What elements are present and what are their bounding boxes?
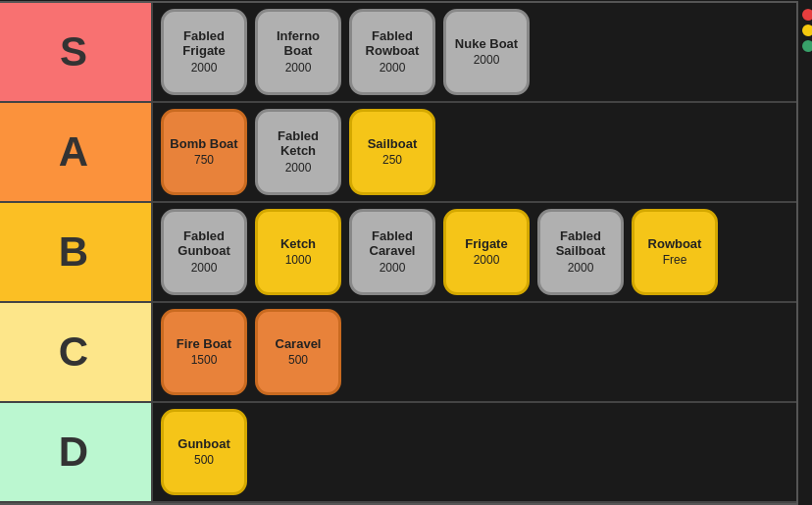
list-item[interactable]: Fire Boat1500 — [161, 309, 247, 395]
tier-label-c: C — [0, 303, 153, 401]
item-name: Inferno Boat — [262, 28, 334, 59]
item-price: 2000 — [191, 61, 218, 75]
tier-label-s: S — [0, 3, 153, 101]
list-item[interactable]: Fabled Ketch2000 — [255, 109, 341, 195]
tier-items-b: Fabled Gunboat2000Ketch1000Fabled Carave… — [153, 203, 796, 301]
list-item[interactable]: Fabled Rowboat2000 — [349, 9, 435, 95]
tier-label-d: D — [0, 403, 153, 501]
item-price: 2000 — [474, 53, 500, 67]
tier-row-b: BFabled Gunboat2000Ketch1000Fabled Carav… — [0, 203, 796, 303]
tier-items-a: Bomb Boat750Fabled Ketch2000Sailboat250 — [153, 103, 796, 201]
item-name: Ketch — [280, 236, 316, 252]
list-item[interactable]: RowboatFree — [632, 209, 718, 295]
item-name: Fabled Sailboat — [544, 228, 617, 259]
list-item[interactable]: Caravel500 — [255, 309, 341, 395]
item-name: Fabled Caravel — [356, 228, 429, 259]
item-name: Fabled Ketch — [262, 128, 334, 159]
dot-yellow — [802, 25, 812, 36]
item-price: 2000 — [191, 261, 218, 275]
sidebar — [798, 1, 812, 505]
tier-items-s: Fabled Frigate2000Inferno Boat2000Fabled… — [153, 3, 796, 101]
tier-list-container: SFabled Frigate2000Inferno Boat2000Fable… — [0, 1, 812, 505]
item-name: Caravel — [276, 336, 322, 352]
tier-row-s: SFabled Frigate2000Inferno Boat2000Fable… — [0, 3, 796, 103]
item-name: Fabled Rowboat — [356, 28, 429, 59]
tier-label-b: B — [0, 203, 153, 301]
tier-items-c: Fire Boat1500Caravel500 — [153, 303, 796, 401]
item-price: Free — [663, 253, 687, 267]
list-item[interactable]: Inferno Boat2000 — [255, 9, 341, 95]
list-item[interactable]: Fabled Gunboat2000 — [161, 209, 247, 295]
tier-items-d: Gunboat500 — [153, 403, 796, 501]
item-price: 2000 — [474, 253, 500, 267]
item-name: Bomb Boat — [170, 136, 237, 152]
list-item[interactable]: Nuke Boat2000 — [443, 9, 530, 95]
item-price: 2000 — [285, 161, 312, 175]
dot-green — [802, 40, 812, 52]
item-price: 2000 — [285, 61, 312, 75]
item-name: Fabled Frigate — [168, 28, 240, 59]
item-price: 500 — [194, 453, 214, 467]
item-name: Fabled Gunboat — [168, 228, 240, 259]
item-name: Nuke Boat — [455, 36, 518, 52]
item-price: 1500 — [191, 353, 218, 367]
tier-list: SFabled Frigate2000Inferno Boat2000Fable… — [0, 1, 798, 505]
item-price: 1000 — [285, 253, 312, 267]
item-price: 250 — [382, 153, 402, 167]
item-price: 2000 — [380, 261, 406, 275]
item-price: 500 — [288, 353, 308, 367]
item-name: Rowboat — [648, 236, 702, 252]
item-name: Sailboat — [368, 136, 418, 152]
tier-row-c: CFire Boat1500Caravel500 — [0, 303, 796, 403]
item-name: Fire Boat — [177, 336, 231, 352]
item-name: Gunboat — [178, 436, 229, 452]
list-item[interactable]: Fabled Caravel2000 — [349, 209, 435, 295]
list-item[interactable]: Frigate2000 — [443, 209, 530, 295]
item-price: 2000 — [568, 261, 594, 275]
list-item[interactable]: Bomb Boat750 — [161, 109, 247, 195]
tier-row-d: DGunboat500 — [0, 403, 796, 503]
dot-red — [802, 9, 812, 21]
list-item[interactable]: Sailboat250 — [349, 109, 435, 195]
list-item[interactable]: Ketch1000 — [255, 209, 341, 295]
list-item[interactable]: Fabled Sailboat2000 — [537, 209, 624, 295]
item-name: Frigate — [465, 236, 507, 252]
item-price: 2000 — [380, 61, 406, 75]
list-item[interactable]: Fabled Frigate2000 — [161, 9, 247, 95]
tier-row-a: ABomb Boat750Fabled Ketch2000Sailboat250 — [0, 103, 796, 203]
item-price: 750 — [194, 153, 214, 167]
list-item[interactable]: Gunboat500 — [161, 409, 247, 495]
tier-label-a: A — [0, 103, 153, 201]
